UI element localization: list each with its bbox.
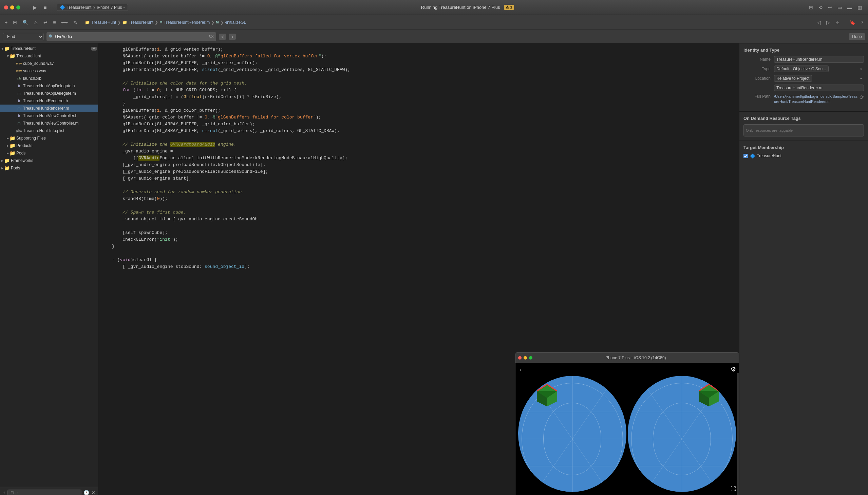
location-label: Location	[743, 76, 774, 81]
find-mode-selector[interactable]: Find Find & Replace	[3, 33, 44, 40]
sidebar-item-cube-sound[interactable]: wav cube_sound.wav	[0, 60, 98, 67]
sidebar-item-root[interactable]: ▶ 📁 TreasureHunt M	[0, 45, 98, 52]
code-line: NSAssert(_grid_vertex_buffer != 0, @"glG…	[99, 53, 739, 60]
find-prev-button[interactable]: ◁	[219, 34, 226, 40]
type-select[interactable]: Default - Objective-C Sou...	[774, 66, 829, 72]
find-done-button[interactable]: Done	[849, 33, 865, 40]
simulator-body: ← ⚙	[515, 363, 739, 495]
code-line: glBufferData(GL_ARRAY_BUFFER, sizeof(_gr…	[99, 67, 739, 73]
sidebar-item-pods-child[interactable]: ▶ 📁 Pods	[0, 149, 98, 157]
code-line: [[GVRAudioEngine alloc] initWithRenderin…	[99, 155, 739, 161]
breadcrumb-label-4: -initializeGL	[225, 20, 246, 25]
vr-view	[518, 366, 736, 492]
sidebar-item-supporting-files[interactable]: ▶ 📁 Supporting Files	[0, 134, 98, 142]
wav-icon: wav	[16, 61, 22, 66]
sim-minimize-button[interactable]	[524, 356, 527, 360]
layout-1-button[interactable]: ▭	[835, 4, 844, 11]
sidebar-filter-input[interactable]	[7, 490, 82, 495]
reveal-in-finder-button[interactable]: ⟳	[860, 94, 864, 101]
list-button[interactable]: ≡	[51, 19, 58, 26]
sidebar-item-pods-root[interactable]: ▶ 📁 Pods	[0, 164, 98, 172]
simulator-expand-button[interactable]: ⛶	[730, 486, 736, 492]
code-line: // Initialize the color data for the gri…	[99, 80, 739, 87]
sidebar-item-renderer-h[interactable]: h TreasureHuntRenderer.h	[0, 97, 98, 105]
close-button[interactable]	[4, 5, 8, 10]
sidebar-item-frameworks[interactable]: ▶ 📁 Frameworks	[0, 157, 98, 164]
search-button[interactable]: 🔍	[20, 19, 30, 26]
find-next-button[interactable]: ▷	[229, 34, 236, 40]
run-button[interactable]: ▶	[31, 4, 39, 11]
filepath-input[interactable]	[774, 85, 864, 91]
sim-close-button[interactable]	[518, 356, 521, 360]
prev-issue-button[interactable]: ◁	[815, 19, 823, 26]
minimize-button[interactable]	[10, 5, 14, 10]
sidebar-label-renderer-h: TreasureHuntRenderer.h	[23, 99, 68, 103]
simulator-back-button[interactable]: ←	[518, 366, 525, 373]
sidebar-item-renderer-m[interactable]: m TreasureHuntRenderer.m	[0, 105, 98, 112]
sidebar-item-launch-xib[interactable]: xib launch.xib	[0, 75, 98, 82]
add-file-button-sidebar[interactable]: +	[3, 490, 5, 495]
sidebar-label-viewcontroller-h: TreasureHuntViewController.h	[23, 114, 77, 118]
simulator-settings-button[interactable]: ⚙	[730, 366, 736, 373]
layout-2-button[interactable]: ▬	[845, 4, 854, 11]
cube-svg-right	[699, 384, 719, 406]
target-checkbox[interactable]	[743, 154, 748, 158]
sidebar-item-appdelegate-m[interactable]: m TreasureHuntAppDelegate.m	[0, 90, 98, 97]
breadcrumb-method-name[interactable]: -initializeGL	[225, 20, 246, 25]
find-search-icon: 🔍	[49, 34, 54, 39]
window-controls: ⊞ ⟲ ↩ ▭ ▬ ▥	[807, 4, 864, 11]
sidebar-item-success-wav[interactable]: wav success.wav	[0, 67, 98, 75]
tags-input[interactable]	[743, 124, 864, 136]
sim-zoom-button[interactable]	[529, 356, 532, 360]
sidebar-cancel-btn[interactable]: ✕	[91, 490, 95, 495]
maximize-button[interactable]	[16, 5, 20, 10]
folder-view-button[interactable]: ⊞	[11, 19, 19, 26]
help-button[interactable]: ?	[858, 19, 865, 26]
warning-inline-button[interactable]: ⚠	[833, 19, 842, 26]
fw-folder-icon: 📁	[4, 158, 10, 163]
sidebar-label-viewcontroller-m: TreasureHuntViewController.m	[23, 121, 78, 125]
sidebar-label-frameworks: Frameworks	[11, 158, 33, 163]
scheme-selector[interactable]: 🔷 TreasureHunt ❯ iPhone 7 Plus ▾	[57, 4, 128, 11]
stop-button[interactable]: ■	[42, 4, 49, 11]
code-line: glGenBuffers(1, &_grid_color_buffer);	[99, 107, 739, 114]
sidebar-item-viewcontroller-m[interactable]: m TreasureHuntViewController.m	[0, 120, 98, 127]
code-line: _gvr_audio_engine =	[99, 148, 739, 155]
add-bookmark-button[interactable]: 🔖	[847, 19, 857, 26]
next-issue-button[interactable]: ▷	[824, 19, 832, 26]
mark-button[interactable]: ✎	[71, 19, 79, 26]
jump-button[interactable]: ⟲	[816, 4, 825, 11]
sidebar-clock-btn[interactable]: 🕐	[84, 490, 89, 495]
code-line: _sound_object_id = [_gvr_audio_engine cr…	[99, 216, 739, 223]
back-button-nav[interactable]: ↩	[41, 19, 50, 26]
root-folder-icon: 📁	[4, 46, 10, 51]
status-bar: Running TreasureHunt on iPhone 7 Plus ⚠ …	[131, 5, 804, 10]
find-bar: Find Find & Replace 🔍 3 ✕ ◁ ▷ Done	[0, 30, 868, 44]
sidebar-item-info-plist[interactable]: plist TreasureHunt-Info.plist	[0, 127, 98, 134]
diff-button[interactable]: ⟷	[59, 19, 70, 26]
warning-badge[interactable]: ⚠ 1	[504, 5, 514, 10]
add-file-button[interactable]: +	[3, 19, 10, 26]
breadcrumb-treasurehunt-group[interactable]: 📁 TreasureHunt	[122, 20, 153, 25]
breadcrumb-method-badge[interactable]: M	[216, 20, 218, 24]
find-clear-button[interactable]: ✕	[211, 34, 214, 39]
sidebar-item-group[interactable]: ▶ 📁 TreasureHunt	[0, 52, 98, 60]
code-line: [_gvr_audio_engine preloadSoundFile:kSuc…	[99, 168, 739, 175]
simulator-scrollbar[interactable]	[737, 373, 739, 495]
sidebar-item-viewcontroller-h[interactable]: h TreasureHuntViewController.h	[0, 112, 98, 120]
titlebar: ▶ ■ 🔷 TreasureHunt ❯ iPhone 7 Plus ▾ Run…	[0, 0, 868, 15]
breadcrumb-label-2: TreasureHuntRenderer.m	[164, 20, 210, 25]
location-select[interactable]: Relative to Project Absolute Path	[774, 75, 812, 82]
name-input[interactable]	[774, 56, 864, 63]
warning-button[interactable]: ⚠	[32, 19, 40, 26]
grid-view-button[interactable]: ⊞	[807, 4, 815, 11]
layout-3-button[interactable]: ▥	[855, 4, 864, 11]
breadcrumb-treasurehunt-root[interactable]: 📁 TreasureHunt	[85, 20, 116, 25]
sidebar-item-products[interactable]: ▶ 📁 Products	[0, 142, 98, 149]
code-line: NSAssert(_grid_color_buffer != 0, @"glGe…	[99, 114, 739, 121]
sidebar-item-appdelegate-h[interactable]: h TreasureHuntAppDelegate.h	[0, 82, 98, 90]
find-input[interactable]	[55, 34, 209, 39]
breadcrumb-renderer-file[interactable]: M TreasureHuntRenderer.m	[159, 20, 210, 25]
back-forward-button[interactable]: ↩	[826, 4, 834, 11]
sidebar-label-cube-sound: cube_sound.wav	[23, 61, 54, 66]
